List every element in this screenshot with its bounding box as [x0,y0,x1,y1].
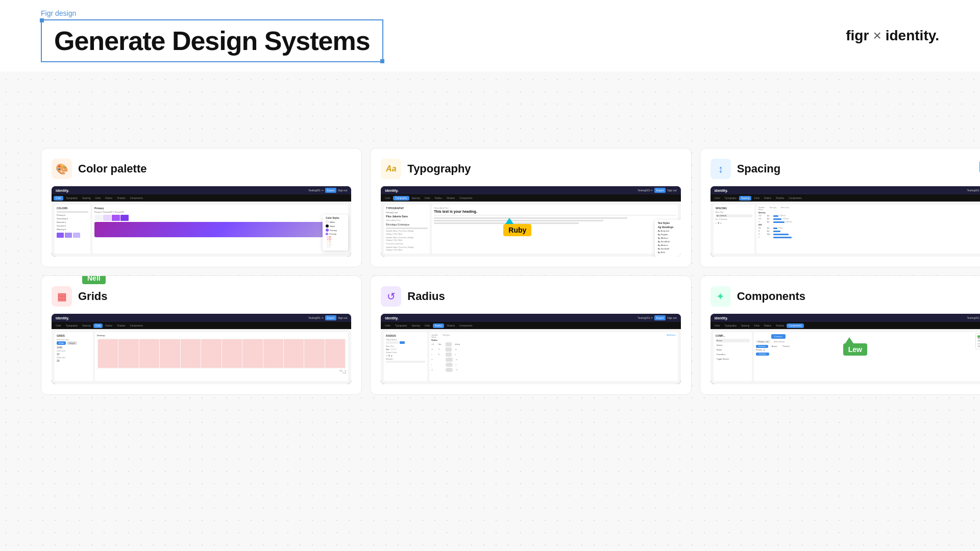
panel-header-spacing: ↕ Spacing [710,159,980,179]
spacing-screenshot: identity. Testing001 ✏ Export Sign out C… [710,186,980,257]
lew-tooltip: Lew [843,343,867,356]
panel-title-components: Components [737,290,805,303]
typography-icon: Aa [381,159,401,179]
panel-components: ✦ Components identity. Testing001 ✏ Expo… [700,276,980,395]
panel-header-grids: ▦ Grids [52,286,351,307]
panel-header-typography: Aa Typography [381,159,680,179]
brand-logo: figr × identity. [846,28,939,44]
grids-icon: ▦ [52,286,72,307]
panel-header-components: ✦ Components [710,286,980,307]
panel-grids: ▦ Grids identity. Testing001 ✏ Export Si… [41,276,362,395]
figr-design-label: Figr design [41,9,383,17]
panel-title-radius: Radius [407,290,445,303]
panel-header-radius: ↺ Radius [381,286,680,307]
header: Figr design Generate Design Systems figr… [0,0,980,71]
radius-icon: ↺ [381,286,401,307]
ruby-cursor: Ruby [503,218,531,236]
lew-cursor: Lew [843,337,867,356]
nell-cursor: Nell [82,276,106,284]
identity-brand: identity. [886,28,939,44]
panel-title-grids: Grids [78,290,107,303]
spacing-icon: ↕ [710,159,731,179]
panel-header-color: 🎨 Color palette [52,159,351,179]
panel-title-typography: Typography [407,162,471,176]
main-title-box: Generate Design Systems [41,19,383,62]
panels-grid: 🎨 Color palette identity. Testing001 ✏ E… [41,148,980,395]
ruby-tooltip: Ruby [503,224,531,236]
panel-spacing: ↕ Spacing identity. Testing001 ✏ Export … [700,148,980,267]
figr-brand: figr [846,28,869,44]
panel-color-palette: 🎨 Color palette identity. Testing001 ✏ E… [41,148,362,267]
header-left: Figr design Generate Design Systems [41,9,383,62]
color-palette-screenshot: identity. Testing001 ✏ Export Sign out C… [52,186,351,257]
components-icon: ✦ [710,286,731,307]
main-title: Generate Design Systems [54,26,370,56]
panel-radius: ↺ Radius identity. Testing001 ✏ Export S… [370,276,691,395]
grids-screenshot: identity. Testing001 ✏ Export Sign out C… [52,314,351,384]
panel-title-spacing: Spacing [737,162,781,176]
radius-screenshot: identity. Testing001 ✏ Export Sign out C… [381,314,680,384]
nell-tooltip: Nell [82,276,106,284]
color-palette-icon: 🎨 [52,159,72,179]
panel-typography: Aa Typography identity. Testing001 ✏ Exp… [370,148,691,267]
brand-separator: × [873,28,881,44]
panel-title-color: Color palette [78,162,146,176]
